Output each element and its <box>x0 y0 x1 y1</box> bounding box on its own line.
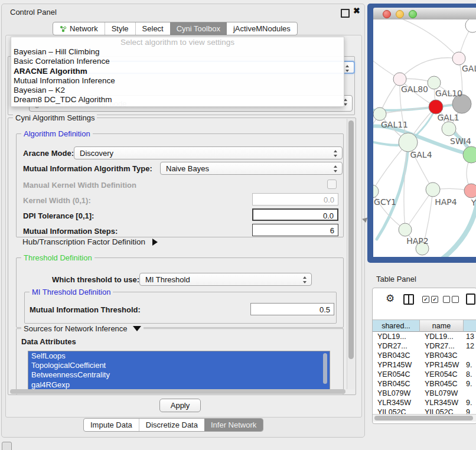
tab-label: Discretize Data <box>146 419 198 431</box>
node-gal11[interactable] <box>373 107 386 120</box>
split-columns-icon[interactable] <box>403 294 414 305</box>
dropdown-option[interactable]: ARACNE Algorithm <box>11 67 344 76</box>
node-gal11-label: GAL11 <box>381 120 408 129</box>
close-traffic-light-icon[interactable] <box>383 10 391 18</box>
node-gal4-label: GAL4 <box>410 150 432 159</box>
mi-threshold-field[interactable]: 0.5 <box>250 303 334 315</box>
node-swi4[interactable] <box>442 122 456 136</box>
close-icon[interactable]: ✖ <box>353 6 360 15</box>
node-gal10-label: GAL10 <box>435 89 462 98</box>
table-cell: 12 <box>466 342 474 350</box>
table-cell: 9 <box>466 408 474 414</box>
tab-impute-data[interactable]: Impute Data <box>84 419 139 431</box>
attribute-list-scrollbar[interactable] <box>323 353 327 384</box>
attribute-list-item[interactable]: gal4RGexp <box>28 380 330 390</box>
attribute-list-item[interactable]: TopologicalCoefficient <box>28 361 330 370</box>
dropdown-option[interactable]: Dream8 DC_TDC Algorithm <box>11 95 344 105</box>
node-gal1[interactable] <box>429 100 443 114</box>
grip-icon[interactable] <box>2 442 12 450</box>
node-gal80[interactable] <box>393 73 406 86</box>
table-cell: YDL19... <box>425 332 464 341</box>
network-edge-teal[interactable] <box>373 104 462 110</box>
float-window-icon[interactable] <box>341 9 350 18</box>
manual-kernel-checkbox[interactable] <box>327 180 337 189</box>
node-bright-green[interactable] <box>463 146 476 163</box>
minimize-traffic-light-icon[interactable] <box>396 10 404 18</box>
settings-vscroll-track[interactable] <box>347 119 355 389</box>
kernel-width-field[interactable]: 0.0 <box>252 193 338 206</box>
data-attributes-list: SelfLoopsTopologicalCoefficientBetweenne… <box>28 351 330 391</box>
network-edge[interactable] <box>391 19 459 58</box>
tab-network[interactable]: Network <box>53 22 105 35</box>
table-row[interactable]: YDL19...YDL19...13 <box>373 332 476 342</box>
node-y-cut[interactable] <box>464 184 476 198</box>
apply-button[interactable]: Apply <box>159 399 201 412</box>
tab-cyni-toolbox[interactable]: Cyni Toolbox <box>170 22 227 35</box>
node-swi4-label: SWI4 <box>450 136 471 146</box>
table-row[interactable]: YER054CYER054C8. <box>373 370 476 380</box>
network-edge[interactable] <box>400 58 459 79</box>
aracne-mode-combobox[interactable]: Discovery <box>74 146 343 159</box>
table-row[interactable]: YLR345WYLR345W9. <box>373 399 476 408</box>
which-threshold-combobox[interactable]: MI Threshold <box>139 273 312 286</box>
unchecked-checkbox-icon[interactable] <box>452 296 459 303</box>
node-top[interactable] <box>465 19 476 32</box>
attribute-list-item[interactable]: SelfLoops <box>28 351 330 361</box>
node-gal4[interactable] <box>399 133 418 152</box>
node-gal10[interactable] <box>428 76 441 89</box>
table-hscroll-thumb[interactable] <box>374 416 473 420</box>
tab-discretize-data[interactable]: Discretize Data <box>139 419 204 431</box>
mi-threshold-label: Mutual Information Threshold: <box>30 305 141 314</box>
attribute-list-item[interactable]: BetweennessCentrality <box>28 370 330 380</box>
settings-hscroll-thumb[interactable] <box>10 389 345 394</box>
manual-kernel-label: Manual Kernel Width Definition <box>23 181 136 190</box>
threshold-definition-group: Threshold Definition Which threshold to … <box>16 257 344 328</box>
table-cell: YIL052C <box>425 408 464 414</box>
cyni-algorithm-settings-group: Cyni Algorithm Settings Algorithm Defini… <box>8 118 356 395</box>
table-row[interactable]: YBL079WYBL079W <box>373 389 476 399</box>
checked-checkbox-icon[interactable]: ✓ <box>431 296 438 303</box>
dropdown-option[interactable]: Mutual Information Inference <box>11 76 344 86</box>
network-canvas[interactable]: GALGAL80GAL10GAL1GAL11SWI4GAL4GCY1HAP4YH… <box>373 19 476 257</box>
document-icon[interactable] <box>466 294 475 305</box>
table-row[interactable]: YIL052CYIL052C9 <box>373 408 476 414</box>
column-header[interactable] <box>464 319 476 332</box>
network-window-titlebar[interactable] <box>373 8 476 20</box>
column-header[interactable]: name <box>420 319 464 332</box>
dropdown-option[interactable]: Bayesian – K2 <box>11 86 344 95</box>
table-row[interactable]: YBR043CYBR043C <box>373 351 476 361</box>
node-gal-cut[interactable] <box>452 52 465 65</box>
table-cell: YBL079W <box>377 389 420 397</box>
node-hap4[interactable] <box>426 182 440 197</box>
tab-infer-network[interactable]: Infer Network <box>204 419 263 431</box>
settings-vscroll-thumb[interactable] <box>348 120 354 359</box>
zoom-traffic-light-icon[interactable] <box>409 10 417 18</box>
gear-icon[interactable]: ⚙ <box>386 294 395 304</box>
dropdown-option[interactable]: Basic Correlation Inference <box>11 57 344 66</box>
table-cell: YBR045C <box>425 380 464 388</box>
tab-label: Infer Network <box>211 419 256 431</box>
mi-steps-field[interactable]: 6 <box>252 224 338 236</box>
table-cell: YLR345W <box>425 399 464 407</box>
hub-definition-toggle[interactable]: Hub/Transcription Factor Definition <box>22 237 158 246</box>
table-row[interactable]: YDR27...YDR27...12 <box>373 342 476 351</box>
dpi-tolerance-field[interactable]: 0.0 <box>252 208 338 221</box>
checked-checkbox-icon[interactable]: ✓ <box>422 296 429 303</box>
tab-select[interactable]: Select <box>135 22 170 35</box>
node-gcy1[interactable] <box>373 185 379 198</box>
table-row[interactable]: YBR045CYBR045C9. <box>373 380 476 389</box>
table-cell: 9. <box>466 361 474 369</box>
tab-jactivemnodules[interactable]: jActiveMNodules <box>227 22 297 35</box>
cyni-settings-title: Cyni Algorithm Settings <box>13 113 97 122</box>
unchecked-checkbox-icon[interactable] <box>443 296 450 303</box>
node-hap2[interactable] <box>399 223 412 236</box>
tab-style[interactable]: Style <box>105 22 135 35</box>
column-header[interactable]: shared... <box>373 319 420 332</box>
network-edge[interactable] <box>373 114 380 161</box>
chevron-down-icon[interactable] <box>133 326 141 331</box>
table-hscroll-track[interactable] <box>373 414 476 422</box>
table-row[interactable]: YPR145WYPR145W9. <box>373 361 476 370</box>
dropdown-option[interactable]: Bayesian – Hill Climbing <box>11 47 344 57</box>
mi-algorithm-type-combobox[interactable]: Naive Bayes <box>160 162 343 175</box>
table-cell: YIL052C <box>377 408 420 414</box>
